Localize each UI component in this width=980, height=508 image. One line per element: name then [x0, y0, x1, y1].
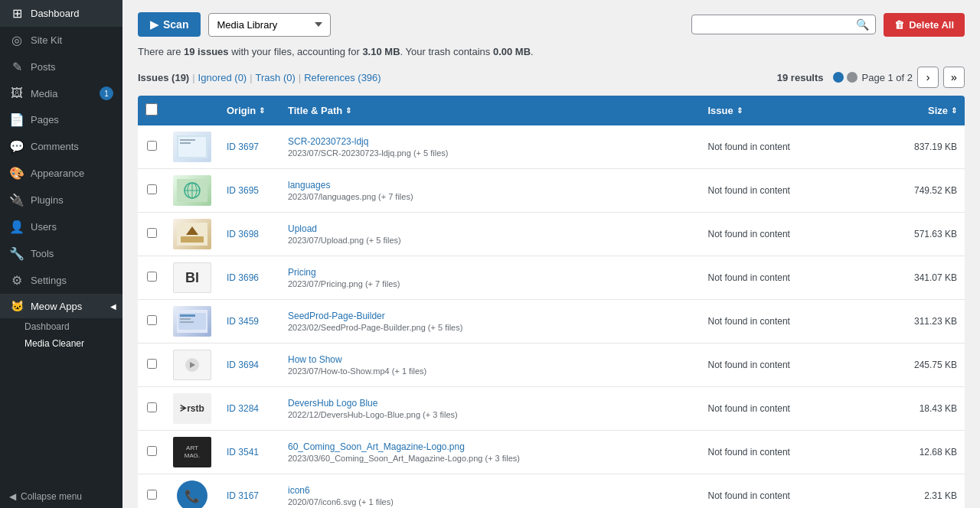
sidebar-item-media[interactable]: 🖼 Media 1 — [0, 80, 122, 106]
row-check-3698[interactable] — [138, 213, 165, 256]
row-issue-3541: Not found in content — [700, 431, 865, 474]
row-origin-3695[interactable]: ID 3695 — [219, 169, 280, 213]
row-origin-3284[interactable]: ID 3284 — [219, 387, 280, 431]
row-check-3284[interactable] — [138, 387, 165, 431]
row-origin-3167[interactable]: ID 3167 — [219, 474, 280, 509]
row-check-3459[interactable] — [138, 300, 165, 344]
row-checkbox-3167[interactable] — [147, 490, 157, 500]
row-title-link-3697[interactable]: SCR-20230723-ldjq — [288, 136, 368, 147]
row-origin-link-3697[interactable]: ID 3697 — [227, 142, 259, 152]
tools-icon: 🔧 — [9, 246, 24, 261]
row-origin-link-3167[interactable]: ID 3167 — [227, 490, 259, 501]
sidebar-item-plugins[interactable]: 🔌 Plugins — [0, 187, 122, 213]
row-origin-3696[interactable]: ID 3696 — [219, 256, 280, 300]
row-size-3284: 18.43 KB — [866, 387, 965, 431]
info-suffix: . Your trash contains — [400, 46, 493, 57]
sidebar-item-pages[interactable]: 📄 Pages — [0, 106, 122, 133]
th-origin[interactable]: Origin ⇕ — [219, 96, 280, 125]
svg-rect-10 — [181, 236, 204, 243]
page-toggle-1[interactable] — [833, 72, 844, 83]
sidebar-item-users[interactable]: 👤 Users — [0, 213, 122, 240]
sidebar-item-posts[interactable]: ✎ Posts — [0, 54, 122, 80]
row-origin-link-3696[interactable]: ID 3696 — [227, 272, 259, 283]
row-size-3695: 749.52 KB — [866, 169, 965, 213]
page-toggle-2[interactable] — [847, 72, 858, 83]
row-origin-link-3694[interactable]: ID 3694 — [227, 360, 259, 370]
sidebar-item-tools[interactable]: 🔧 Tools — [0, 240, 122, 267]
row-origin-link-3459[interactable]: ID 3459 — [227, 316, 259, 327]
row-origin-link-3541[interactable]: ID 3541 — [227, 447, 259, 458]
search-input[interactable] — [698, 19, 851, 31]
sidebar-item-meow-apps[interactable]: 🐱 Meow Apps ◀ — [0, 294, 122, 318]
row-origin-3459[interactable]: ID 3459 — [219, 300, 280, 344]
row-checkbox-3698[interactable] — [147, 228, 157, 238]
row-title-link-3541[interactable]: 60_Coming_Soon_Art_Magazine-Logo.png — [288, 441, 465, 452]
collapse-menu-button[interactable]: ◀ Collapse menu — [0, 485, 122, 508]
th-size[interactable]: Size ⇕ — [866, 96, 965, 125]
sidebar-sub-dashboard[interactable]: Dashboard — [0, 318, 122, 335]
sidebar-item-label: Dashboard — [31, 8, 80, 19]
row-origin-link-3695[interactable]: ID 3695 — [227, 185, 259, 196]
source-dropdown[interactable]: Media Library Uploads Folder All Files — [208, 13, 331, 37]
sidebar-item-label: Posts — [31, 61, 56, 73]
check-all[interactable] — [145, 103, 158, 116]
row-origin-3698[interactable]: ID 3698 — [219, 213, 280, 256]
th-issue[interactable]: Issue ⇕ — [700, 96, 865, 125]
tab-trash[interactable]: Trash (0) — [256, 72, 296, 83]
row-origin-3541[interactable]: ID 3541 — [219, 431, 280, 474]
row-size-3694: 245.75 KB — [866, 344, 965, 387]
row-check-3695[interactable] — [138, 169, 165, 213]
row-thumb-3284: ᗒrstb — [165, 387, 219, 431]
row-check-3696[interactable] — [138, 256, 165, 300]
sidebar-item-dashboard[interactable]: ⊞ Dashboard — [0, 0, 122, 27]
next-page-button[interactable]: › — [917, 67, 939, 88]
row-title-link-3698[interactable]: Upload — [288, 223, 317, 234]
row-path-3167: 2020/07/icon6.svg (+ 1 files) — [288, 497, 692, 506]
row-check-3697[interactable] — [138, 125, 165, 169]
sidebar-item-settings[interactable]: ⚙ Settings — [0, 267, 122, 294]
delete-all-button[interactable]: 🗑 Delete All — [884, 13, 965, 37]
row-checkbox-3696[interactable] — [147, 272, 157, 282]
sidebar-item-comments[interactable]: 💬 Comments — [0, 133, 122, 160]
sidebar-item-site-kit[interactable]: ◎ Site Kit — [0, 27, 122, 54]
row-check-3694[interactable] — [138, 344, 165, 387]
row-checkbox-3459[interactable] — [147, 315, 157, 325]
sidebar-item-appearance[interactable]: 🎨 Appearance — [0, 160, 122, 187]
row-check-3541[interactable] — [138, 431, 165, 474]
row-issue-3698: Not found in content — [700, 213, 865, 256]
row-origin-link-3284[interactable]: ID 3284 — [227, 403, 259, 414]
tab-ignored[interactable]: Ignored (0) — [198, 72, 247, 83]
row-check-3167[interactable] — [138, 474, 165, 509]
row-issue-3694: Not found in content — [700, 344, 865, 387]
scan-button[interactable]: ▶ Scan — [138, 12, 201, 37]
last-page-button[interactable]: » — [943, 67, 965, 88]
row-title-link-3167[interactable]: icon6 — [288, 485, 310, 496]
sidebar: ⊞ Dashboard ◎ Site Kit ✎ Posts 🖼 Media 1… — [0, 0, 122, 508]
row-title-link-3459[interactable]: SeedProd-Page-Builder — [288, 311, 385, 321]
row-thumb-3694 — [165, 344, 219, 387]
table-row: ID 3695 languages 2023/07/languages.png … — [138, 169, 965, 213]
tab-references[interactable]: References (396) — [304, 72, 381, 83]
row-title-link-3696[interactable]: Pricing — [288, 267, 316, 278]
row-title-link-3694[interactable]: How to Show — [288, 354, 342, 365]
row-title-link-3284[interactable]: DeversHub Logo Blue — [288, 398, 377, 409]
row-origin-link-3698[interactable]: ID 3698 — [227, 229, 259, 239]
sidebar-item-label: Tools — [31, 248, 54, 259]
table-row: ID 3697 SCR-20230723-ldjq 2023/07/SCR-20… — [138, 125, 965, 169]
page-toggles — [833, 72, 858, 83]
row-checkbox-3284[interactable] — [147, 402, 157, 412]
th-title[interactable]: Title & Path ⇕ — [280, 96, 700, 125]
row-title-link-3695[interactable]: languages — [288, 180, 330, 190]
sidebar-sub-media-cleaner[interactable]: Media Cleaner — [0, 335, 122, 352]
row-origin-3694[interactable]: ID 3694 — [219, 344, 280, 387]
row-origin-3697[interactable]: ID 3697 — [219, 125, 280, 169]
delete-all-label: Delete All — [909, 19, 954, 31]
row-checkbox-3694[interactable] — [147, 359, 157, 369]
row-checkbox-3697[interactable] — [147, 141, 157, 151]
row-checkbox-3541[interactable] — [147, 446, 157, 456]
row-checkbox-3695[interactable] — [147, 184, 157, 194]
row-title-3694: How to Show 2023/07/How-to-Show.mp4 (+ 1… — [280, 344, 700, 387]
tab-issues[interactable]: Issues (19) — [138, 72, 189, 83]
table-row: ᗒrstb ID 3284 DeversHub Logo Blue 2022/1… — [138, 387, 965, 431]
row-title-3698: Upload 2023/07/Upload.png (+ 5 files) — [280, 213, 700, 256]
